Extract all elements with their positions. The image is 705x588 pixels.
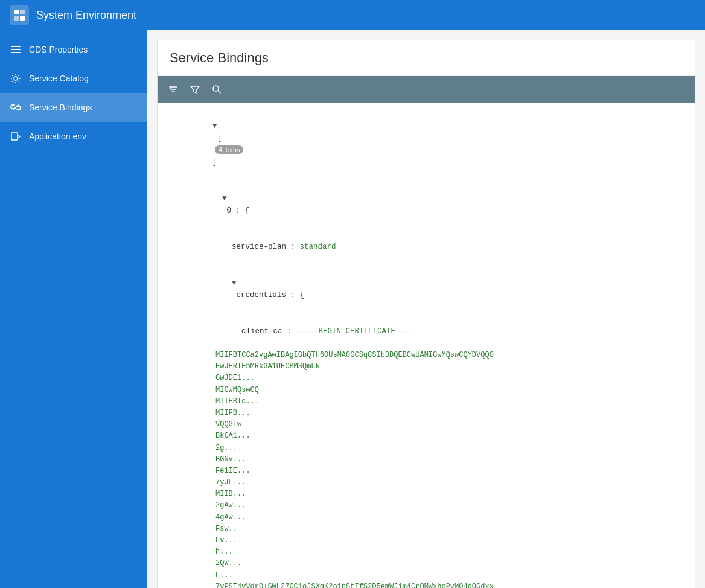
cert-line-18: h... [167, 546, 685, 558]
cert-line-6: MIIFB... [167, 407, 685, 419]
list-icon [10, 43, 22, 56]
json-toolbar [158, 76, 695, 103]
collapse-icon[interactable]: ▼ [222, 193, 229, 205]
sidebar-item-cds-properties[interactable]: CDS Properties [0, 35, 147, 64]
sidebar-item-label: Service Catalog [29, 74, 89, 83]
cert-line-14: 2gAw... [167, 500, 685, 511]
cert-line-5: MIIEBTc... [167, 396, 685, 407]
cert-line-9: 2g... [167, 443, 685, 454]
page-title: Service Bindings [158, 40, 695, 76]
sidebar-item-service-bindings[interactable]: Service Bindings [0, 93, 147, 122]
svg-rect-5 [11, 49, 21, 50]
json-root-line: ▼ [ 4 items ] [167, 108, 685, 181]
sidebar-item-label: Application env [29, 132, 86, 141]
json-service-plan: service-plan : standard [167, 229, 685, 265]
sidebar-item-label: CDS Properties [29, 45, 88, 54]
cert-line-8: BkGA1... [167, 430, 685, 442]
cert-line-13: MIIB... [167, 488, 685, 500]
cert-line-7: VQQGTw [167, 419, 685, 430]
cert-line-16: Fsw.. [167, 523, 685, 535]
json-client-ca-key: client-ca : -----BEGIN CERTIFICATE----- [167, 313, 685, 350]
cert-line-17: Fv... [167, 535, 685, 546]
cert-line-1: MIIFBTCCa2vgAwIBAgIGbQTH6OUsMA0GCSqGSIb3… [167, 350, 685, 361]
sidebar: CDS Properties Service Catalog Service B… [0, 30, 147, 588]
svg-rect-1 [20, 10, 25, 14]
cert-line-4: MIGwMQswCQ [167, 385, 685, 396]
filter-button[interactable] [187, 81, 203, 98]
svg-rect-0 [14, 10, 19, 14]
page-container: Service Bindings [157, 40, 695, 588]
main-layout: CDS Properties Service Catalog Service B… [0, 30, 705, 588]
sidebar-item-service-catalog[interactable]: Service Catalog [0, 64, 147, 93]
collapse-credentials-icon[interactable]: ▼ [232, 277, 239, 289]
collapse-root-icon[interactable]: ▼ [212, 120, 220, 132]
cert-line-3: GwJDE1... [167, 372, 685, 384]
search-button[interactable] [208, 81, 225, 98]
cert-line-15: 4gAw... [167, 512, 685, 523]
cert-line-2: EwJERTEbMRkGA1UECBMSQmFk [167, 361, 685, 372]
json-viewer: ▼ [ 4 items ] ▼ 0 : { service-plan : sta… [158, 103, 695, 588]
content-area: Service Bindings [147, 30, 705, 588]
json-credentials: ▼ credentials : { [167, 265, 685, 313]
svg-rect-8 [11, 133, 18, 140]
cert-line-10: BGNv... [167, 454, 685, 465]
app-env-icon [10, 130, 22, 142]
gear-icon [10, 72, 22, 85]
cert-line-12: 7yJF... [167, 477, 685, 488]
items-badge: 4 items [215, 145, 243, 154]
svg-point-7 [14, 77, 18, 80]
app-logo [10, 5, 29, 25]
cert-line-20: F... [167, 570, 685, 581]
cert-line-penultimate: 7yPST4vVdrQ+SWL27OC1oJSXgK2o1nStIfS2D5em… [167, 581, 685, 588]
svg-rect-4 [11, 46, 21, 47]
collapse-all-button[interactable] [165, 81, 182, 98]
bindings-icon [10, 101, 22, 113]
json-item-0: ▼ 0 : { [167, 181, 685, 229]
svg-rect-6 [11, 52, 21, 53]
app-header: System Environment [0, 0, 705, 30]
svg-rect-3 [20, 16, 25, 21]
svg-rect-2 [14, 16, 19, 21]
cert-line-11: Fe1IE... [167, 465, 685, 477]
app-title: System Environment [36, 9, 136, 22]
cert-line-19: 2QW... [167, 558, 685, 569]
sidebar-item-application-env[interactable]: Application env [0, 122, 147, 151]
sidebar-item-label: Service Bindings [29, 103, 92, 112]
